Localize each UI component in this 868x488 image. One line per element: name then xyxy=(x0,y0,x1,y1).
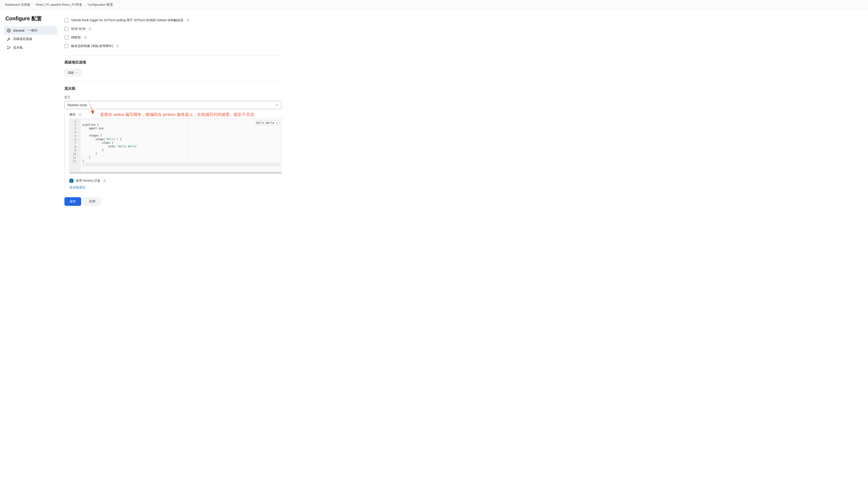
sidebar-item-label: 高级项目选项 xyxy=(13,37,32,41)
chevron-down-icon xyxy=(275,103,278,107)
trigger-label: 轮询 SCM xyxy=(71,27,86,31)
checkbox-groovy-sandbox[interactable] xyxy=(69,179,73,183)
breadcrumb-dashboard[interactable]: Dashboard 仪表板 xyxy=(5,3,30,7)
annotation-arrow-icon xyxy=(85,99,96,115)
help-icon[interactable]: ? xyxy=(84,36,87,39)
checkbox-github-hook[interactable] xyxy=(64,18,68,22)
sidebar-item-label-zh: 一般的 xyxy=(28,29,37,33)
sidebar-item-general[interactable]: General 一般的 xyxy=(4,26,57,35)
definition-value: Pipeline script xyxy=(67,103,87,107)
chevron-right-icon: › xyxy=(33,3,34,6)
trigger-remote-row: 触发远程构建 (例如,使用脚本) ? xyxy=(64,42,281,51)
sample-script-value: Hello World xyxy=(256,121,274,125)
breadcrumb-pipeline[interactable]: React_PC pipeline React_PC管道 xyxy=(36,3,82,7)
wrench-icon xyxy=(7,37,11,41)
definition-label: 定义 xyxy=(64,95,281,99)
gear-icon xyxy=(7,29,11,33)
sidebar-item-label: 流水线 xyxy=(13,46,23,50)
help-icon[interactable]: ? xyxy=(186,19,190,22)
pipeline-icon xyxy=(7,46,11,50)
sidebar: Configure 配置 General 一般的 高级项目选项 流水线 xyxy=(0,10,60,219)
page-title: Configure 配置 xyxy=(5,15,56,22)
editor-code[interactable]: pipeline { agent any stages { stage('Hel… xyxy=(81,119,281,173)
annotation-text: 直接在 webui 编写脚本，硬编码在 jenkins 服务器上，在线编写代码难… xyxy=(100,112,254,117)
advanced-toggle-button[interactable]: 高级 xyxy=(64,69,82,76)
sidebar-item-label-en: General xyxy=(13,29,24,32)
trigger-label: GitHub hook trigger for GITScm polling 用… xyxy=(71,18,183,22)
sidebar-item-pipeline[interactable]: 流水线 xyxy=(4,43,57,52)
sidebar-item-advanced[interactable]: 高级项目选项 xyxy=(4,35,57,43)
sandbox-label: 使用 Groovy 沙盒 xyxy=(76,179,100,183)
script-section: 直接在 webui 编写脚本，硬编码在 jenkins 服务器上，在线编写代码难… xyxy=(64,113,281,190)
help-icon[interactable]: ? xyxy=(103,179,106,183)
advanced-toggle-label: 高级 xyxy=(68,71,74,75)
chevron-down-icon xyxy=(75,71,78,74)
checkbox-poll-scm[interactable] xyxy=(64,27,68,31)
chevron-right-icon: › xyxy=(84,3,86,6)
svg-point-3 xyxy=(10,47,10,48)
apply-button[interactable]: 应用 xyxy=(84,197,101,206)
save-button[interactable]: 保存 xyxy=(64,197,81,206)
help-icon[interactable]: ? xyxy=(116,44,120,48)
advanced-section-title: 高级项目选项 xyxy=(64,60,281,65)
breadcrumb: Dashboard 仪表板 › React_PC pipeline React_… xyxy=(0,0,868,10)
definition-select[interactable]: Pipeline script xyxy=(64,101,281,109)
main-content: GitHub hook trigger for GITScm polling 用… xyxy=(60,10,290,219)
checkbox-quiet-period[interactable] xyxy=(64,35,68,39)
script-editor[interactable]: 1▾ 2 3 4▾ 5▾ 6▾ 7 8 9 10 11 12 pipeline … xyxy=(69,119,281,174)
script-label: 脚本 xyxy=(69,113,76,117)
divider xyxy=(64,82,281,82)
trigger-quiet-period-row: 静默期 ? xyxy=(64,33,281,42)
help-icon[interactable]: ? xyxy=(88,27,92,31)
pipeline-syntax-link[interactable]: 流水线语法 xyxy=(69,186,281,190)
help-icon[interactable]: ? xyxy=(78,113,82,117)
breadcrumb-configuration[interactable]: Configuration 配置 xyxy=(88,3,113,7)
svg-point-1 xyxy=(7,46,8,47)
divider xyxy=(64,55,281,56)
checkbox-remote-trigger[interactable] xyxy=(64,44,68,48)
sample-script-select[interactable]: Hello World xyxy=(255,121,279,125)
trigger-github-hook-row: GitHub hook trigger for GITScm polling 用… xyxy=(64,16,281,25)
trigger-poll-scm-row: 轮询 SCM ? xyxy=(64,25,281,33)
pipeline-section-title: 流水线 xyxy=(64,86,281,91)
sandbox-row: 使用 Groovy 沙盒 ? xyxy=(69,179,281,183)
svg-point-2 xyxy=(7,48,8,49)
trigger-label: 静默期 xyxy=(71,35,81,39)
button-bar: 保存 应用 xyxy=(64,197,281,206)
trigger-label: 触发远程构建 (例如,使用脚本) xyxy=(71,44,113,48)
editor-gutter: 1▾ 2 3 4▾ 5▾ 6▾ 7 8 9 10 11 12 xyxy=(70,119,81,173)
svg-point-0 xyxy=(8,30,9,31)
